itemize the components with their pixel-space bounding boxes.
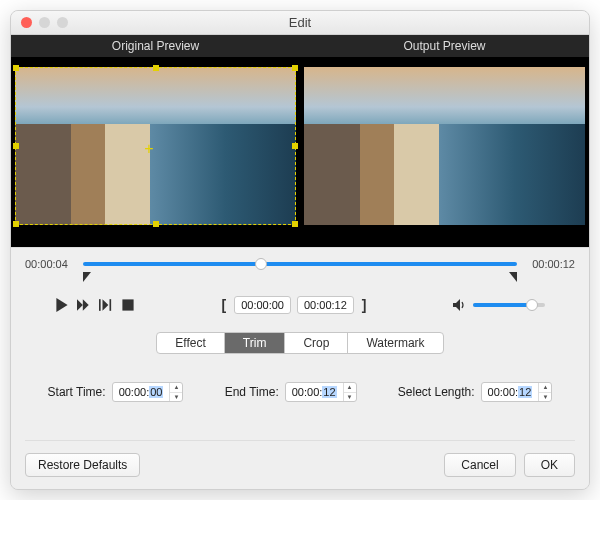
volume-control xyxy=(453,298,545,312)
duration-time: 00:00:12 xyxy=(527,258,575,270)
titlebar: Edit xyxy=(11,11,589,35)
svg-marker-3 xyxy=(77,299,83,311)
stepper-down-icon[interactable]: ▼ xyxy=(539,393,551,402)
svg-rect-8 xyxy=(122,299,133,310)
stepper-up-icon[interactable]: ▲ xyxy=(170,383,182,393)
tab-effect[interactable]: Effect xyxy=(157,333,224,353)
output-frame-image xyxy=(304,67,585,225)
tab-trim[interactable]: Trim xyxy=(225,333,286,353)
tabs: Effect Trim Crop Watermark xyxy=(25,332,575,354)
trim-range-markers xyxy=(25,270,575,282)
end-time-input[interactable]: 00:00:12 ▲▼ xyxy=(285,382,357,402)
step-frame-button[interactable] xyxy=(99,298,113,312)
crop-handle-br[interactable] xyxy=(292,221,298,227)
window-title: Edit xyxy=(19,15,581,30)
output-preview xyxy=(300,57,589,247)
volume-thumb[interactable] xyxy=(526,299,538,311)
controls-panel: 00:00:04 00:00:12 [ 00:00:00 00:00:12 ] xyxy=(11,247,589,489)
svg-rect-7 xyxy=(110,299,112,311)
trim-bracket-group: [ 00:00:00 00:00:12 ] xyxy=(220,296,369,314)
set-out-point-button[interactable]: ] xyxy=(360,297,369,313)
end-time-field: End Time: 00:00:12 ▲▼ xyxy=(225,382,357,402)
crop-handle-tl[interactable] xyxy=(13,65,19,71)
zoom-window-button[interactable] xyxy=(57,17,68,28)
timeline-thumb[interactable] xyxy=(255,258,267,270)
trim-fields: Start Time: 00:00:00 ▲▼ End Time: 00:00:… xyxy=(25,382,575,402)
playback-row: [ 00:00:00 00:00:12 ] xyxy=(25,296,575,314)
play-button[interactable] xyxy=(55,298,69,312)
crop-handle-b[interactable] xyxy=(153,221,159,227)
stop-button[interactable] xyxy=(121,298,135,312)
original-preview-label: Original Preview xyxy=(11,35,300,57)
trim-in-marker[interactable] xyxy=(83,272,93,282)
tab-crop[interactable]: Crop xyxy=(285,333,348,353)
select-length-field: Select Length: 00:00:12 ▲▼ xyxy=(398,382,553,402)
close-window-button[interactable] xyxy=(21,17,32,28)
timeline-slider[interactable] xyxy=(83,262,517,266)
select-length-label: Select Length: xyxy=(398,385,475,399)
crop-selection[interactable]: + xyxy=(15,67,296,225)
preview-header: Original Preview Output Preview xyxy=(11,35,589,57)
set-in-point-button[interactable]: [ xyxy=(220,297,229,313)
volume-slider[interactable] xyxy=(473,303,545,307)
out-point-display: 00:00:12 xyxy=(297,296,354,314)
preview-area: + xyxy=(11,57,589,247)
stepper-down-icon[interactable]: ▼ xyxy=(170,393,182,402)
restore-defaults-button[interactable]: Restore Defaults xyxy=(25,453,140,477)
window-controls xyxy=(21,17,68,28)
select-length-input[interactable]: 00:00:12 ▲▼ xyxy=(481,382,553,402)
crosshair-icon: + xyxy=(144,140,153,158)
playhead-time: 00:00:04 xyxy=(25,258,73,270)
stepper-down-icon[interactable]: ▼ xyxy=(344,393,356,402)
minimize-window-button[interactable] xyxy=(39,17,50,28)
crop-handle-l[interactable] xyxy=(13,143,19,149)
ok-button[interactable]: OK xyxy=(524,453,575,477)
svg-rect-5 xyxy=(99,299,101,311)
footer: Restore Defaults Cancel OK xyxy=(25,440,575,477)
volume-icon[interactable] xyxy=(453,298,467,312)
trim-out-marker[interactable] xyxy=(507,272,517,282)
end-time-stepper[interactable]: ▲▼ xyxy=(343,383,356,401)
fast-forward-button[interactable] xyxy=(77,298,91,312)
crop-handle-t[interactable] xyxy=(153,65,159,71)
start-time-input[interactable]: 00:00:00 ▲▼ xyxy=(112,382,184,402)
start-time-field: Start Time: 00:00:00 ▲▼ xyxy=(48,382,184,402)
output-preview-label: Output Preview xyxy=(300,35,589,57)
svg-marker-6 xyxy=(103,299,109,311)
crop-handle-bl[interactable] xyxy=(13,221,19,227)
start-time-stepper[interactable]: ▲▼ xyxy=(169,383,182,401)
stepper-up-icon[interactable]: ▲ xyxy=(539,383,551,393)
svg-marker-9 xyxy=(453,299,460,311)
tab-segment: Effect Trim Crop Watermark xyxy=(156,332,443,354)
cancel-button[interactable]: Cancel xyxy=(444,453,515,477)
select-length-stepper[interactable]: ▲▼ xyxy=(538,383,551,401)
in-point-display: 00:00:00 xyxy=(234,296,291,314)
timeline-row: 00:00:04 00:00:12 xyxy=(25,258,575,270)
svg-marker-1 xyxy=(509,272,517,282)
svg-marker-2 xyxy=(56,298,67,312)
svg-marker-4 xyxy=(83,299,89,311)
crop-handle-tr[interactable] xyxy=(292,65,298,71)
end-time-label: End Time: xyxy=(225,385,279,399)
original-preview[interactable]: + xyxy=(11,57,300,247)
stepper-up-icon[interactable]: ▲ xyxy=(344,383,356,393)
crop-handle-r[interactable] xyxy=(292,143,298,149)
svg-marker-0 xyxy=(83,272,91,282)
dialog-window: Edit Original Preview Output Preview + xyxy=(10,10,590,490)
volume-fill xyxy=(473,303,532,307)
start-time-label: Start Time: xyxy=(48,385,106,399)
tab-watermark[interactable]: Watermark xyxy=(348,333,442,353)
